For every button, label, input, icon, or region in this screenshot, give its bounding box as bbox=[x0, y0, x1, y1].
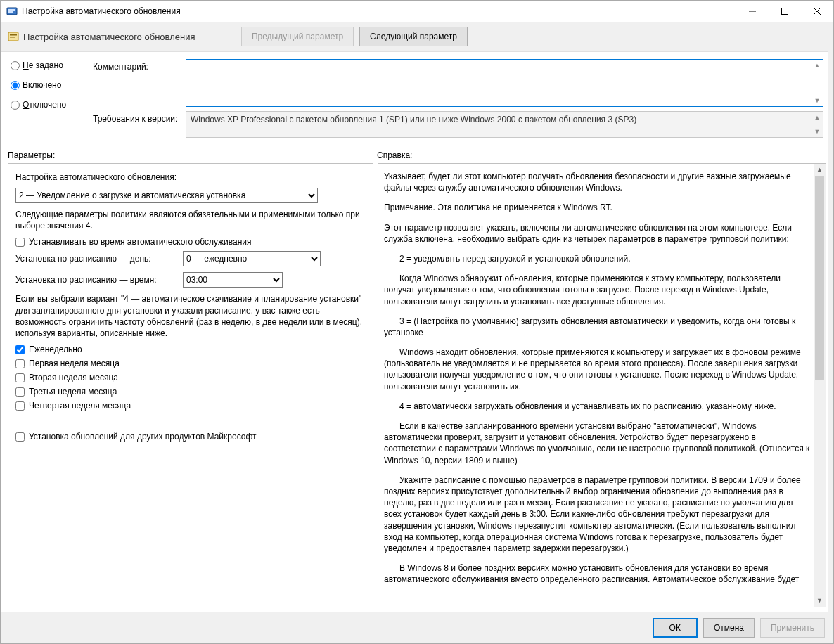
svg-rect-2 bbox=[8, 11, 13, 13]
comment-scrollbar[interactable]: ▲ ▼ bbox=[812, 60, 822, 105]
apply-button[interactable]: Применить bbox=[760, 618, 825, 638]
week1-checkbox[interactable] bbox=[15, 359, 25, 368]
help-text: Примечание. Эта политика не применяется … bbox=[384, 202, 810, 213]
help-text: 2 = уведомлять перед загрузкой и установ… bbox=[384, 253, 810, 264]
schedule-time-label: Установка по расписанию — время: bbox=[15, 275, 177, 285]
scroll-up-icon[interactable]: ▲ bbox=[814, 164, 826, 176]
help-header: Справка: bbox=[377, 150, 412, 160]
week2-checkbox[interactable] bbox=[15, 373, 25, 382]
supported-label: Требования к версии: bbox=[93, 111, 184, 138]
close-button[interactable] bbox=[801, 1, 833, 22]
scroll-thumb[interactable] bbox=[815, 176, 824, 380]
supported-scrollbar[interactable]: ▲ ▼ bbox=[812, 112, 822, 136]
state-radios: Не задано Включено Отключено bbox=[11, 59, 91, 138]
help-scrollbar[interactable]: ▲ ▼ bbox=[814, 164, 826, 607]
help-text: 4 = автоматически загружать обновления и… bbox=[384, 401, 810, 412]
help-text: Указывает, будет ли этот компьютер получ… bbox=[384, 171, 810, 193]
svg-rect-4 bbox=[782, 8, 788, 15]
comment-label: Комментарий: bbox=[93, 59, 184, 111]
help-text: Укажите расписание с помощью параметров … bbox=[384, 475, 810, 554]
week3-checkbox[interactable] bbox=[15, 387, 25, 397]
help-text: Этот параметр позволяет указать, включен… bbox=[384, 222, 810, 245]
options-pane: Настройка автоматического обновления: 2 … bbox=[8, 163, 373, 607]
other-ms-products-label: Установка обновлений для других продукто… bbox=[29, 432, 257, 442]
scroll-down-icon[interactable]: ▼ bbox=[814, 595, 826, 607]
minimize-button[interactable] bbox=[736, 1, 769, 22]
help-text: В Windows 8 и более поздних версиях можн… bbox=[384, 562, 810, 585]
section-headers: Параметры: Справка: bbox=[1, 141, 833, 163]
supported-text: Windows XP Professional с пакетом обновл… bbox=[191, 115, 636, 124]
previous-setting-button[interactable]: Предыдущий параметр bbox=[241, 27, 354, 46]
week4-checkbox[interactable] bbox=[15, 401, 25, 411]
radio-disabled[interactable]: Отключено bbox=[11, 100, 91, 110]
svg-rect-1 bbox=[8, 9, 15, 11]
next-setting-button[interactable]: Следующий параметр bbox=[359, 27, 468, 46]
maximize-button[interactable] bbox=[769, 1, 801, 22]
scroll-down-icon[interactable]: ▼ bbox=[812, 96, 822, 105]
options-header: Параметры: bbox=[8, 150, 377, 160]
update-mode-select[interactable]: 2 — Уведомление о загрузке и автоматичес… bbox=[15, 188, 318, 203]
supported-box: Windows XP Professional с пакетом обновл… bbox=[186, 111, 823, 138]
week1-label: Первая неделя месяца bbox=[29, 359, 120, 368]
cancel-button[interactable]: Отмена bbox=[703, 618, 755, 638]
ok-button[interactable]: ОК bbox=[653, 618, 698, 638]
help-text: Когда Windows обнаружит обновления, кото… bbox=[384, 273, 810, 307]
comment-textarea[interactable]: ▲ ▼ bbox=[186, 59, 823, 107]
policy-title: Настройка автоматического обновления bbox=[23, 32, 195, 42]
radio-enabled[interactable]: Включено bbox=[11, 80, 91, 90]
scroll-down-icon[interactable]: ▼ bbox=[812, 127, 822, 136]
week2-label: Вторая неделя месяца bbox=[29, 373, 118, 382]
window-title: Настройка автоматического обновления bbox=[22, 6, 736, 16]
scroll-up-icon[interactable]: ▲ bbox=[812, 60, 822, 70]
other-ms-products-checkbox[interactable] bbox=[15, 432, 25, 442]
scroll-up-icon[interactable]: ▲ bbox=[812, 112, 822, 122]
window-scrollbar[interactable] bbox=[828, 22, 833, 643]
app-icon bbox=[6, 6, 18, 17]
week3-label: Третья неделя месяца bbox=[29, 387, 117, 397]
panes-row: Настройка автоматического обновления: 2 … bbox=[1, 163, 833, 612]
schedule-day-select[interactable]: 0 — ежедневно bbox=[183, 251, 321, 266]
options-note-1: Следующие параметры политики являются об… bbox=[15, 209, 366, 231]
schedule-time-select[interactable]: 03:00 bbox=[183, 272, 283, 288]
maintenance-window-label: Устанавливать во время автоматического о… bbox=[29, 237, 252, 247]
top-form: Не задано Включено Отключено Комментарий… bbox=[1, 52, 833, 141]
dialog-footer: ОК Отмена Применить bbox=[1, 612, 833, 643]
help-pane: Указывает, будет ли этот компьютер получ… bbox=[378, 163, 826, 607]
update-mode-label: Настройка автоматического обновления: bbox=[15, 172, 366, 182]
weekly-checkbox[interactable] bbox=[15, 345, 25, 354]
toolbar: Настройка автоматического обновления Пре… bbox=[1, 22, 833, 52]
weekly-label: Еженедельно bbox=[29, 344, 82, 354]
maintenance-window-checkbox[interactable] bbox=[15, 238, 25, 247]
help-text: Если в качестве запланированного времени… bbox=[384, 420, 810, 466]
week4-label: Четвертая неделя месяца bbox=[29, 401, 131, 411]
help-text: 3 = (Настройка по умолчанию) загрузить о… bbox=[384, 316, 810, 338]
svg-rect-9 bbox=[10, 37, 15, 38]
radio-not-configured[interactable]: Не задано bbox=[11, 60, 91, 70]
gpo-editor-window: Настройка автоматического обновления Нас… bbox=[0, 0, 834, 644]
options-note-2: Если вы выбрали вариант "4 — автоматичес… bbox=[15, 293, 366, 339]
schedule-day-label: Установка по расписанию — день: bbox=[15, 254, 177, 264]
help-text: Windows находит обновления, которые прим… bbox=[384, 347, 810, 392]
titlebar: Настройка автоматического обновления bbox=[1, 1, 833, 22]
svg-rect-8 bbox=[10, 34, 17, 36]
policy-icon bbox=[8, 31, 19, 42]
